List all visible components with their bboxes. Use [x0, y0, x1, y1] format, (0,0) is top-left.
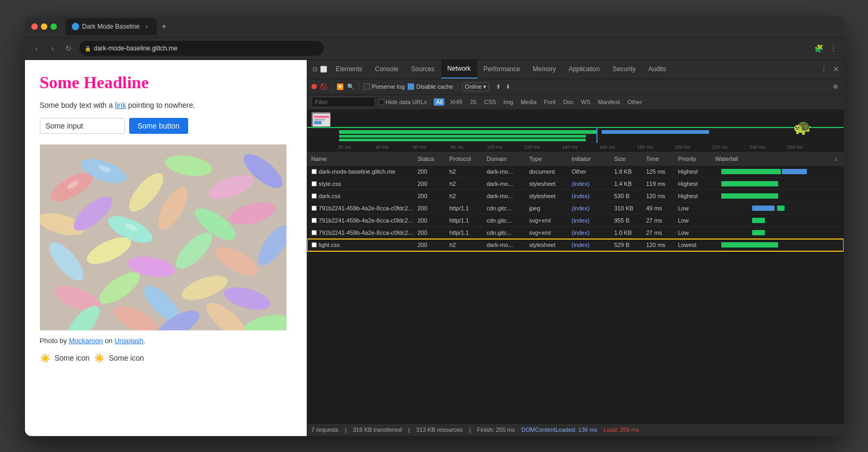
active-tab[interactable]: 🌐 Dark Mode Baseline × [65, 18, 157, 35]
tab-performance[interactable]: Performance [477, 60, 527, 79]
new-tab-button[interactable]: + [157, 19, 172, 34]
disable-cache-checkbox[interactable]: Disable cache [408, 83, 453, 90]
filter-doc[interactable]: Doc [561, 98, 576, 106]
tab-audits[interactable]: Audits [642, 60, 672, 79]
tab-console[interactable]: Console [369, 60, 405, 79]
filter-input[interactable] [311, 97, 375, 107]
table-row[interactable]: style.css 200 h2 dark-mo... stylesheet (… [307, 178, 844, 190]
preserve-log-checkbox[interactable]: Preserve log [364, 83, 405, 90]
browser-actions: 🧩 ⋮ [814, 44, 837, 53]
file-icon-5 [311, 230, 317, 235]
td-initiator-1: (index) [568, 180, 610, 188]
filter-js[interactable]: JS [468, 98, 479, 106]
tab-bar: 🌐 Dark Mode Baseline × + [65, 18, 837, 35]
table-row[interactable]: 791b2241-459b-4a2e-8cca-c0fdc2... 200 ht… [307, 215, 844, 227]
mockaroon-link[interactable]: Mockaroon [69, 337, 103, 345]
filter-icon[interactable]: 🔽 [336, 83, 344, 90]
svg-rect-34 [314, 116, 329, 118]
td-status-5: 200 [414, 228, 445, 237]
more-menu-icon[interactable]: ⋮ [830, 44, 837, 53]
td-size-4: 955 B [610, 216, 642, 225]
search-icon[interactable]: 🔍 [347, 83, 355, 90]
hide-data-urls-checkbox[interactable]: Hide data URLs [378, 99, 427, 105]
timeline-green-line [307, 127, 844, 128]
page-body-text: Some body text with a link pointing to n… [40, 101, 292, 109]
filter-manifest[interactable]: Manifest [596, 98, 622, 106]
devtools-more-icon[interactable]: ⋮ [820, 65, 828, 73]
filter-ws[interactable]: WS [579, 98, 593, 106]
some-input[interactable] [40, 118, 125, 134]
download-icon[interactable]: ⬇ [504, 83, 511, 90]
td-priority-3: Low [674, 204, 711, 212]
th-status: Status [414, 155, 445, 163]
td-protocol-5: http/1.1 [445, 228, 483, 237]
some-button[interactable]: Some button [129, 118, 188, 134]
th-domain: Domain [483, 155, 525, 163]
tab-memory[interactable]: Memory [526, 60, 562, 79]
settings-icon[interactable]: ⚙ [832, 83, 839, 90]
td-waterfall-2 [711, 192, 844, 200]
unsplash-link[interactable]: Unsplash [114, 337, 143, 345]
reload-button[interactable]: ↻ [63, 44, 74, 53]
timeline-current-line [596, 127, 597, 143]
filter-img[interactable]: Img [501, 98, 515, 106]
td-initiator-4: (index) [568, 216, 610, 225]
clear-icon[interactable]: 🚫 [320, 83, 327, 90]
table-row[interactable]: dark.css 200 h2 dark-mo... stylesheet (i… [307, 190, 844, 202]
tab-security[interactable]: Security [606, 60, 642, 79]
extensions-icon[interactable]: 🧩 [814, 44, 823, 53]
devtools-responsive-icon[interactable]: ⬜ [320, 65, 327, 73]
td-priority-5: Low [674, 228, 711, 237]
forward-button[interactable]: › [47, 44, 58, 53]
th-protocol: Protocol [445, 155, 483, 163]
table-row[interactable]: dark-mode-baseline.glitch.me 200 h2 dark… [307, 166, 844, 178]
td-domain-3: cdn.gitc... [483, 204, 525, 212]
filter-all[interactable]: All [434, 98, 444, 106]
tl-bar-2 [339, 135, 586, 138]
table-row[interactable]: 791b2241-459b-4a2e-8cca-c0fdc2... 200 ht… [307, 227, 844, 239]
preserve-log-label: Preserve log [372, 83, 405, 90]
page-icons-row: ☀️ Some icon ☀️ Some icon [40, 353, 292, 363]
address-bar: ‹ › ↻ 🔒 dark-mode-baseline.glitch.me 🧩 ⋮ [25, 38, 844, 60]
time-40ms: 40 ms [375, 144, 389, 150]
devtools-cursor-icon[interactable]: ⊡ [311, 65, 319, 73]
input-row: Some button [40, 118, 292, 134]
tab-close-button[interactable]: × [143, 23, 150, 30]
tab-sources[interactable]: Sources [405, 60, 441, 79]
status-bar: 7 requests | 316 KB transferred | 313 KB… [307, 423, 844, 436]
tab-elements[interactable]: Elements [330, 60, 369, 79]
status-sep-1: | [345, 427, 347, 433]
upload-icon[interactable]: ⬆ [494, 83, 502, 90]
record-button[interactable] [311, 84, 317, 89]
filter-css[interactable]: CSS [482, 98, 498, 106]
td-protocol-3: http/1.1 [445, 204, 483, 212]
devtools-close-icon[interactable]: ✕ [833, 65, 839, 73]
filter-xhr[interactable]: XHR [448, 98, 464, 106]
filter-media[interactable]: Media [518, 98, 538, 106]
filter-other[interactable]: Other [625, 98, 644, 106]
address-field[interactable]: 🔒 dark-mode-baseline.glitch.me [79, 41, 324, 56]
body-link[interactable]: link [115, 101, 126, 109]
webpage-panel: Some Headline Some body text with a link… [25, 60, 307, 436]
table-row-highlighted[interactable]: light.css 200 h2 dark-mo... stylesheet (… [307, 239, 844, 251]
maximize-traffic-light[interactable] [50, 23, 57, 30]
filter-font[interactable]: Font [542, 98, 558, 106]
td-name-6: light.css [307, 241, 414, 249]
toolbar-separator-1 [332, 82, 332, 91]
time-200ms: 200 ms [675, 144, 690, 150]
status-finish: Finish: 255 ms [477, 427, 515, 433]
preserve-log-cb[interactable] [364, 83, 370, 90]
tab-network[interactable]: Network [441, 60, 477, 79]
tab-application[interactable]: Application [562, 60, 606, 79]
minimize-traffic-light[interactable] [41, 23, 47, 30]
td-waterfall-0 [711, 167, 844, 176]
table-row[interactable]: 791b2241-459b-4a2e-8cca-c0fdc2... 200 ht… [307, 202, 844, 215]
td-name-4: 791b2241-459b-4a2e-8cca-c0fdc2... [307, 216, 414, 225]
back-button[interactable]: ‹ [31, 44, 42, 53]
disable-cache-cb[interactable] [408, 83, 414, 90]
close-traffic-light[interactable] [31, 23, 38, 30]
td-size-0: 1.8 KB [610, 167, 642, 176]
throttle-select[interactable]: Online ▾ [462, 82, 489, 91]
turtle-emoji: 🐢 [793, 118, 812, 136]
td-waterfall-6 [711, 241, 844, 249]
